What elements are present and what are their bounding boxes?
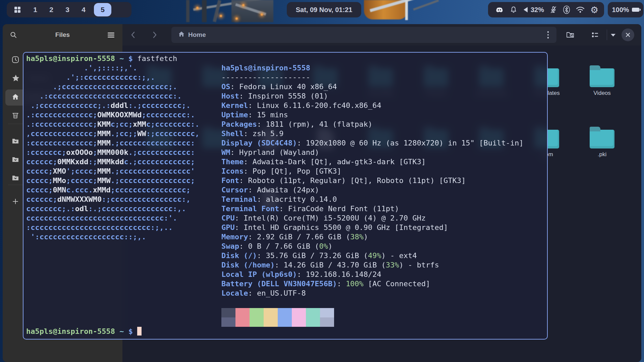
- fastfetch-entry: Uptime: 15 mins: [221, 110, 524, 120]
- workspace-button-2[interactable]: 2: [46, 3, 57, 16]
- workspaces-pill: 12345: [7, 2, 131, 17]
- fastfetch-title: ha5pls@inspiron-5558: [221, 63, 524, 73]
- terminal-window[interactable]: ha5pls@inspiron-5558 ~ $ fastfetch .',;:…: [23, 52, 548, 340]
- desktop: 12345 Sat, 09 Nov, 01:21 32%: [0, 0, 644, 362]
- palette-swatch: [292, 317, 306, 327]
- palette-swatch: [250, 317, 264, 327]
- fastfetch-entry: Terminal Font: FiraCode Nerd Font (11pt): [221, 204, 524, 214]
- palette-swatch: [221, 308, 235, 317]
- file-item-label: Videos: [577, 90, 627, 97]
- battery-level: 100%: [612, 6, 629, 14]
- fastfetch-entry: Packages: 1811 (rpm), 41 (flatpak): [221, 120, 524, 129]
- volume-level: 32%: [531, 6, 544, 14]
- workspace-button-4[interactable]: 4: [78, 3, 89, 16]
- fastfetch-entry: Memory: 2.92 GiB / 7.66 GiB (38%): [221, 232, 524, 242]
- palette-swatch: [235, 317, 250, 327]
- fastfetch-entry: CPU: Intel(R) Core(TM) i5-5200U (4) @ 2.…: [221, 214, 524, 223]
- fastfetch-entry: Icons: Pop [Qt], Pop [GTK3]: [221, 167, 524, 176]
- fastfetch-entry: Terminal: alacritty 0.14.0: [221, 195, 524, 204]
- fastfetch-entry: Shell: zsh 5.9: [221, 129, 524, 138]
- battery-icon: [632, 8, 639, 12]
- mic-muted-icon[interactable]: [549, 6, 557, 14]
- workspace-button-5[interactable]: 5: [94, 3, 111, 16]
- palette-swatch: [250, 308, 264, 317]
- fastfetch-entry: Theme: Adwaita-Dark [Qt], adw-gtk3-dark …: [221, 157, 524, 167]
- system-tray-pill: 32% ⚙: [488, 2, 604, 17]
- workspace-button-3[interactable]: 3: [62, 3, 73, 16]
- terminal-cursor: [137, 327, 142, 336]
- fastfetch-entry: Local IP (wlp6s0): 192.168.16.148/24: [221, 270, 524, 279]
- palette-swatch: [278, 308, 292, 317]
- palette-swatch: [306, 317, 320, 327]
- palette-swatch: [292, 308, 306, 317]
- palette-swatch: [306, 308, 320, 317]
- palette-swatch: [320, 317, 334, 327]
- terminal-prompt-line: ha5pls@inspiron-5558 ~ $ fastfetch: [26, 54, 177, 63]
- palette-swatch: [264, 317, 278, 327]
- palette-swatch: [264, 308, 278, 317]
- fastfetch-entry: GPU: Intel HD Graphics 5500 @ 0.90 GHz […: [221, 223, 524, 232]
- discord-icon[interactable]: [495, 5, 504, 14]
- palette-swatch: [320, 308, 334, 317]
- fastfetch-info: ha5pls@inspiron-5558--------------------…: [221, 63, 524, 298]
- fastfetch-entry: Host: Inspiron 5558 (01): [221, 92, 524, 101]
- fastfetch-entry: Display (SDC4C48): 644x362 @ 60 Hz (as…: [221, 138, 524, 148]
- fastfetch-entry: Font: Roboto (11pt, Regular) [Qt], Robot…: [221, 176, 524, 185]
- fastfetch-entry: OS: Fedora Linux 40 x86_64: [221, 82, 524, 92]
- volume-control[interactable]: 32%: [523, 6, 544, 14]
- fastfetch-entry: Swap: 0 B / 7.66 GiB (0%): [221, 242, 524, 251]
- file-item-label: .pki: [577, 151, 627, 158]
- file-item-.pki[interactable]: .pki: [577, 125, 627, 160]
- speaker-icon: [523, 6, 528, 13]
- wifi-icon[interactable]: [576, 6, 585, 13]
- clock: Sat, 09 Nov, 01:21: [296, 6, 353, 14]
- fastfetch-entry: Disk (/): 35.76 GiB / 73.26 GiB (49%) - …: [221, 251, 524, 260]
- fastfetch-color-palette: [221, 308, 334, 327]
- bluetooth-icon[interactable]: [563, 5, 570, 14]
- bell-icon[interactable]: [509, 6, 518, 14]
- fastfetch-entry: Cursor: Adwaita (24px): [221, 185, 524, 195]
- palette-swatch: [235, 308, 250, 317]
- clock-pill[interactable]: Sat, 09 Nov, 01:21: [287, 2, 361, 17]
- palette-swatch: [221, 317, 235, 327]
- fastfetch-entry: Battery (DELL VN3N047E56B): 100% [AC Con…: [221, 279, 524, 289]
- settings-gear-icon[interactable]: ⚙: [590, 5, 598, 14]
- app-grid-icon[interactable]: [13, 6, 21, 14]
- workspaces: 12345: [30, 3, 111, 16]
- fastfetch-separator: --------------------: [221, 73, 524, 82]
- fastfetch-ascii-logo: .',;::::;,'. .';:cccccccccccc:;,. .;cccc…: [26, 63, 200, 242]
- palette-swatch: [278, 317, 292, 327]
- fastfetch-entry: Locale: en_US.UTF-8: [221, 289, 524, 298]
- fastfetch-entry: Disk (/home): 14.26 GiB / 43.70 GiB (33%…: [221, 260, 524, 270]
- fastfetch-entry: Kernel: Linux 6.11.6-200.fc40.x86_64: [221, 101, 524, 110]
- fastfetch-entry: WM: Hyprland (Wayland): [221, 148, 524, 157]
- folder-icon: [590, 130, 614, 148]
- file-item-Videos[interactable]: Videos: [577, 64, 627, 99]
- terminal-prompt-line-2: ha5pls@inspiron-5558 ~ $: [26, 327, 142, 336]
- top-bar: 12345 Sat, 09 Nov, 01:21 32%: [0, 0, 644, 20]
- folder-icon: [590, 68, 614, 87]
- workspace-button-1[interactable]: 1: [30, 3, 41, 16]
- battery-pill: 100%: [608, 2, 643, 17]
